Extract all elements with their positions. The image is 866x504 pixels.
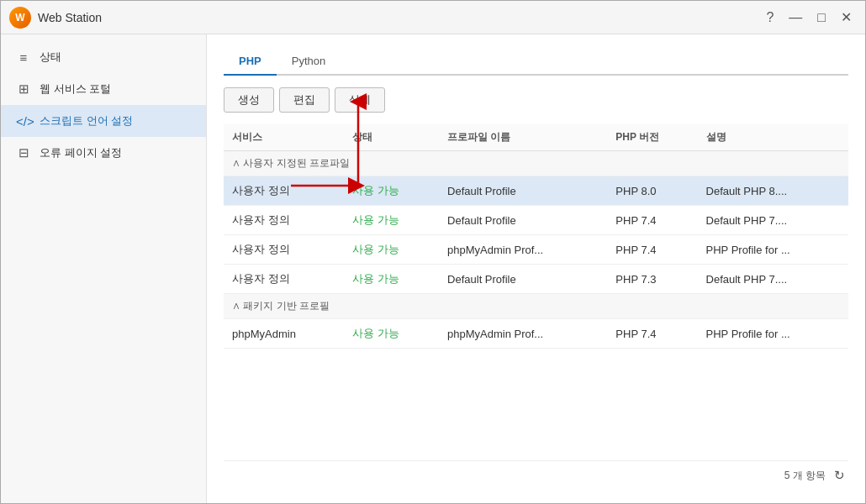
section-package-based: ∧ 패키지 기반 프로필 <box>224 294 848 319</box>
cell-version: PHP 7.3 <box>607 265 697 294</box>
cell-desc: PHP Profile for ... <box>698 319 848 349</box>
tab-bar: PHP Python <box>224 48 848 76</box>
help-button[interactable]: ? <box>761 8 779 27</box>
item-count: 5 개 항목 <box>784 469 826 483</box>
titlebar: W Web Station ? — □ ✕ <box>1 1 865 34</box>
app-title: Web Station <box>38 11 102 24</box>
minimize-button[interactable]: — <box>784 8 807 27</box>
cell-service: 사용자 정의 <box>224 206 344 235</box>
titlebar-left: W Web Station <box>9 7 102 29</box>
section-user-defined: ∧ 사용자 지정된 프로파일 <box>224 151 848 176</box>
table-row[interactable]: 사용자 정의 사용 가능 Default Profile PHP 8.0 Def… <box>224 176 848 206</box>
delete-button[interactable]: 삭제 <box>335 87 385 113</box>
col-status: 상태 <box>344 124 439 151</box>
sidebar-label-script: 스크립트 언어 설정 <box>40 113 133 129</box>
cell-service: phpMyAdmin <box>224 319 344 349</box>
cell-version: PHP 7.4 <box>607 319 697 349</box>
app-window: W Web Station ? — □ ✕ ≡ 상태 ⊞ 웹 서비스 포털 </… <box>0 0 866 504</box>
tab-python[interactable]: Python <box>277 48 341 76</box>
cell-status: 사용 가능 <box>344 265 439 294</box>
cell-service: 사용자 정의 <box>224 235 344 265</box>
cell-desc: PHP Profile for ... <box>698 235 848 265</box>
error-page-icon: ⊟ <box>16 145 31 160</box>
cell-status: 사용 가능 <box>344 319 439 349</box>
refresh-button[interactable]: ↻ <box>834 468 845 483</box>
cell-profile: phpMyAdmin Prof... <box>439 235 607 265</box>
col-version: PHP 버전 <box>607 124 697 151</box>
cell-status: 사용 가능 <box>344 235 439 265</box>
sidebar: ≡ 상태 ⊞ 웹 서비스 포털 </> 스크립트 언어 설정 ⊟ 오류 페이지 … <box>1 34 207 503</box>
cell-version: PHP 7.4 <box>607 235 697 265</box>
sidebar-item-web-service-portal[interactable]: ⊞ 웹 서비스 포털 <box>1 73 206 105</box>
status-icon: ≡ <box>16 50 31 65</box>
col-service: 서비스 <box>224 124 344 151</box>
cell-service: 사용자 정의 <box>224 265 344 294</box>
col-desc: 설명 <box>698 124 848 151</box>
cell-version: PHP 7.4 <box>607 206 697 235</box>
table-footer: 5 개 항목 ↻ <box>224 460 848 490</box>
sidebar-item-script-language[interactable]: </> 스크립트 언어 설정 <box>1 105 206 137</box>
table-row[interactable]: 사용자 정의 사용 가능 phpMyAdmin Prof... PHP 7.4 … <box>224 235 848 265</box>
cell-status: 사용 가능 <box>344 176 439 206</box>
table-row[interactable]: 사용자 정의 사용 가능 Default Profile PHP 7.4 Def… <box>224 206 848 235</box>
sidebar-label-error: 오류 페이지 설정 <box>40 145 122 160</box>
tab-php[interactable]: PHP <box>224 48 277 76</box>
edit-button[interactable]: 편집 <box>279 87 330 113</box>
content-area: ≡ 상태 ⊞ 웹 서비스 포털 </> 스크립트 언어 설정 ⊟ 오류 페이지 … <box>1 34 865 503</box>
cell-profile: Default Profile <box>439 206 607 235</box>
app-logo: W <box>9 7 31 29</box>
web-service-icon: ⊞ <box>16 81 31 97</box>
toolbar: 생성 편집 삭제 <box>224 87 848 113</box>
cell-desc: Default PHP 8.... <box>698 176 848 206</box>
main-panel: PHP Python 생성 편집 삭제 서비스 상태 프로파일 이름 <box>207 34 865 503</box>
maximize-button[interactable]: □ <box>812 8 831 27</box>
sidebar-item-error-page[interactable]: ⊟ 오류 페이지 설정 <box>1 137 206 169</box>
cell-desc: Default PHP 7.... <box>698 206 848 235</box>
cell-service: 사용자 정의 <box>224 176 344 206</box>
sidebar-label-web-service: 웹 서비스 포털 <box>40 81 111 97</box>
cell-profile: Default Profile <box>439 265 607 294</box>
table-header-row: 서비스 상태 프로파일 이름 PHP 버전 설명 <box>224 124 848 151</box>
window-controls: ? — □ ✕ <box>761 8 857 27</box>
cell-desc: Default PHP 7.... <box>698 265 848 294</box>
cell-profile: phpMyAdmin Prof... <box>439 319 607 349</box>
close-button[interactable]: ✕ <box>836 8 857 27</box>
script-icon: </> <box>16 114 31 129</box>
cell-version: PHP 8.0 <box>607 176 697 206</box>
table-row[interactable]: phpMyAdmin 사용 가능 phpMyAdmin Prof... PHP … <box>224 319 848 349</box>
sidebar-item-status[interactable]: ≡ 상태 <box>1 41 206 73</box>
col-profile: 프로파일 이름 <box>439 124 607 151</box>
create-button[interactable]: 생성 <box>224 87 274 113</box>
sidebar-label-status: 상태 <box>40 50 61 65</box>
table-container: 서비스 상태 프로파일 이름 PHP 버전 설명 ∧ 사용자 지정된 프로파일 … <box>224 124 848 457</box>
table-row[interactable]: 사용자 정의 사용 가능 Default Profile PHP 7.3 Def… <box>224 265 848 294</box>
cell-profile: Default Profile <box>439 176 607 206</box>
cell-status: 사용 가능 <box>344 206 439 235</box>
profiles-table: 서비스 상태 프로파일 이름 PHP 버전 설명 ∧ 사용자 지정된 프로파일 … <box>224 124 848 349</box>
